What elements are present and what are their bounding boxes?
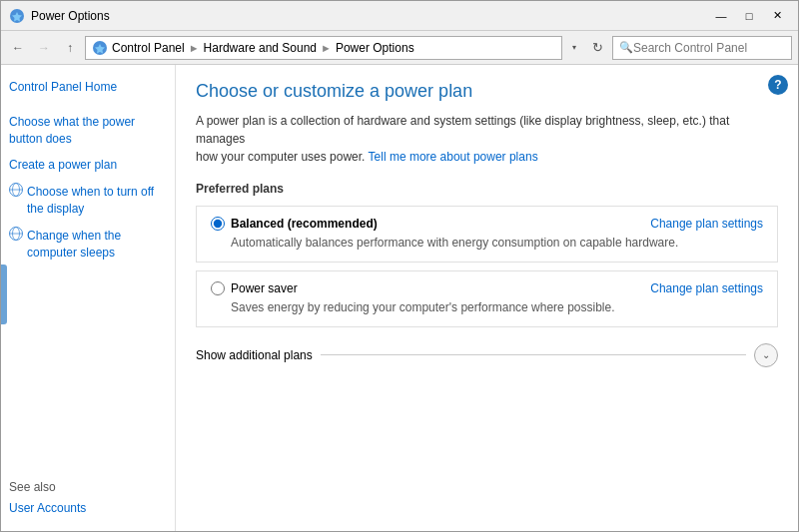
path-segment-power-options[interactable]: Power Options <box>336 41 414 55</box>
plan-header-power-saver: Power saver Change plan settings <box>211 281 763 295</box>
page-title: Choose or customize a power plan <box>196 81 778 102</box>
left-edge-indicator <box>1 265 7 324</box>
content-area: ? Choose or customize a power plan A pow… <box>176 65 798 531</box>
minimize-button[interactable]: — <box>708 6 734 26</box>
plan-header-balanced: Balanced (recommended) Change plan setti… <box>211 217 763 231</box>
path-segment-hardware[interactable]: Hardware and Sound <box>204 41 317 55</box>
learn-more-link[interactable]: Tell me more about power plans <box>369 150 538 164</box>
forward-button[interactable]: → <box>33 37 55 59</box>
address-path: Control Panel ► Hardware and Sound ► Pow… <box>85 36 562 60</box>
path-separator-1: ► <box>189 42 200 54</box>
description-line1: A power plan is a collection of hardware… <box>196 112 778 166</box>
sidebar-item-turn-off-display: Choose when to turn off the display <box>9 182 167 220</box>
search-box: 🔍 <box>612 36 792 60</box>
plan-name-power-saver: Power saver <box>231 281 298 295</box>
description-text-1: A power plan is a collection of hardware… <box>196 114 729 146</box>
back-button[interactable]: ← <box>7 37 29 59</box>
search-input[interactable] <box>633 41 785 55</box>
path-icon <box>92 40 108 56</box>
search-icon: 🔍 <box>619 41 633 54</box>
sidebar-link-user-accounts[interactable]: User Accounts <box>9 498 167 519</box>
window: Power Options — □ ✕ ← → ↑ Control Panel … <box>0 0 799 532</box>
title-bar-title: Power Options <box>31 9 708 23</box>
maximize-button[interactable]: □ <box>736 6 762 26</box>
title-bar: Power Options — □ ✕ <box>1 1 798 31</box>
preferred-plans-label: Preferred plans <box>196 182 778 196</box>
path-segment-control-panel[interactable]: Control Panel <box>112 41 185 55</box>
globe-icon-1 <box>9 183 23 200</box>
change-plan-link-power-saver[interactable]: Change plan settings <box>650 281 763 295</box>
description-text-2: how your computer uses power. <box>196 150 365 164</box>
path-separator-2: ► <box>321 42 332 54</box>
plan-desc-balanced: Automatically balances performance with … <box>231 235 763 252</box>
sidebar-link-control-panel-home[interactable]: Control Panel Home <box>9 77 167 98</box>
refresh-button[interactable]: ↻ <box>586 37 608 59</box>
sidebar-link-create-plan[interactable]: Create a power plan <box>9 155 167 176</box>
sidebar-tasks-section: Choose what the power button does Create… <box>9 112 167 269</box>
plan-radio-balanced[interactable] <box>211 217 225 231</box>
title-bar-icon <box>9 8 25 24</box>
address-bar: ← → ↑ Control Panel ► Hardware and Sound… <box>1 31 798 65</box>
plan-radio-label-balanced[interactable]: Balanced (recommended) <box>211 217 378 231</box>
plan-radio-power-saver[interactable] <box>211 281 225 295</box>
sidebar: Control Panel Home Choose what the power… <box>1 65 176 531</box>
title-bar-controls: — □ ✕ <box>708 6 790 26</box>
plan-card-balanced: Balanced (recommended) Change plan setti… <box>196 206 778 263</box>
plan-name-balanced: Balanced (recommended) <box>231 217 378 231</box>
show-additional-label: Show additional plans <box>196 348 313 362</box>
sidebar-link-computer-sleeps-text[interactable]: Change when the computer sleeps <box>27 226 167 264</box>
plan-desc-power-saver: Saves energy by reducing your computer's… <box>231 299 763 316</box>
see-also-section: See also User Accounts <box>9 460 167 519</box>
globe-icon-2 <box>9 227 23 244</box>
change-plan-link-balanced[interactable]: Change plan settings <box>650 217 763 231</box>
show-additional-plans: Show additional plans ⌄ <box>196 343 778 367</box>
address-dropdown-button[interactable]: ▾ <box>566 36 582 60</box>
sidebar-item-computer-sleeps: Change when the computer sleeps <box>9 226 167 264</box>
help-button[interactable]: ? <box>768 75 788 95</box>
main-layout: Control Panel Home Choose what the power… <box>1 65 798 531</box>
close-button[interactable]: ✕ <box>764 6 790 26</box>
sidebar-link-power-button[interactable]: Choose what the power button does <box>9 112 167 150</box>
plan-card-power-saver: Power saver Change plan settings Saves e… <box>196 270 778 327</box>
up-button[interactable]: ↑ <box>59 37 81 59</box>
divider-line <box>321 354 746 355</box>
sidebar-link-turn-off-display-text[interactable]: Choose when to turn off the display <box>27 182 167 220</box>
expand-additional-plans-button[interactable]: ⌄ <box>754 343 778 367</box>
see-also-label: See also <box>9 460 167 494</box>
sidebar-nav-section: Control Panel Home <box>9 77 167 98</box>
plan-radio-label-power-saver[interactable]: Power saver <box>211 281 298 295</box>
